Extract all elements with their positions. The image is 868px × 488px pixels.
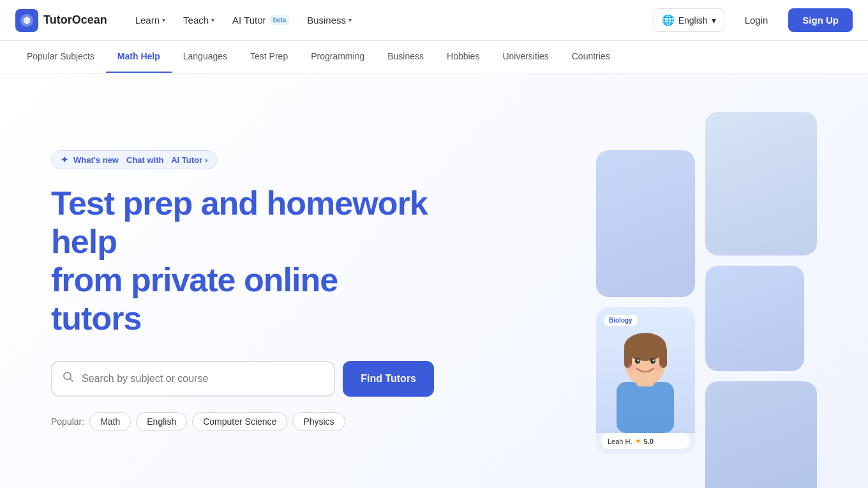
logo-icon <box>15 9 38 32</box>
tag-computer-science[interactable]: Computer Science <box>192 412 287 431</box>
main-nav: TutorOcean Learn ▾ Teach ▾ AI Tutor beta… <box>0 0 868 41</box>
svg-point-13 <box>654 364 662 370</box>
nav-link-business[interactable]: Business ▾ <box>299 10 359 31</box>
language-selector[interactable]: 🌐 English ▾ <box>654 8 724 32</box>
beta-badge: beta <box>270 15 290 25</box>
tag-physics[interactable]: Physics <box>292 412 345 431</box>
logo[interactable]: TutorOcean <box>15 9 107 32</box>
tag-english[interactable]: English <box>136 412 187 431</box>
svg-point-12 <box>628 364 637 370</box>
nav-link-teach[interactable]: Teach ▾ <box>176 10 222 31</box>
hero-card-3 <box>705 266 804 371</box>
logo-text: TutorOcean <box>43 13 107 27</box>
signup-button[interactable]: Sign Up <box>788 8 853 32</box>
search-icon <box>63 371 74 386</box>
chevron-down-icon: ▾ <box>348 17 352 24</box>
tutor-avatar-area: Biology <box>596 307 695 433</box>
subject-test-prep[interactable]: Test Prep <box>239 41 299 73</box>
arrow-right-icon: › <box>205 155 207 165</box>
subject-popular[interactable]: Popular Subjects <box>15 41 106 73</box>
hero-card-2 <box>705 112 817 255</box>
chevron-down-icon: ▾ <box>712 15 716 26</box>
tutor-rating: 5.0 <box>644 438 654 445</box>
popular-label: Popular: <box>51 416 84 427</box>
subject-math-help[interactable]: Math Help <box>106 41 172 73</box>
globe-icon: 🌐 <box>662 14 675 26</box>
tag-math[interactable]: Math <box>89 412 131 431</box>
tutor-info: Leah H. ★ 5.0 <box>601 433 690 449</box>
search-wrapper: Find Tutors <box>51 361 434 397</box>
sparkle-icon: ✦ <box>61 155 68 165</box>
chevron-down-icon: ▾ <box>162 17 165 24</box>
svg-point-11 <box>653 360 655 362</box>
hero-right: Biology <box>495 112 817 469</box>
card-column-left: Biology <box>596 150 695 454</box>
hero-card-4 <box>705 381 817 488</box>
card-column-right <box>705 112 817 488</box>
subject-hobbies[interactable]: Hobbies <box>435 41 491 73</box>
subject-countries[interactable]: Countries <box>560 41 622 73</box>
nav-link-learn[interactable]: Learn ▾ <box>128 10 173 31</box>
chevron-down-icon: ▾ <box>211 17 214 24</box>
hero-card-1 <box>596 150 695 297</box>
login-button[interactable]: Login <box>732 10 781 31</box>
search-box <box>51 361 335 397</box>
subject-languages[interactable]: Languages <box>172 41 239 73</box>
nav-link-ai-tutor[interactable]: AI Tutor beta <box>225 10 297 31</box>
svg-rect-2 <box>617 382 674 433</box>
find-tutors-button[interactable]: Find Tutors <box>343 361 434 397</box>
tutor-name: Leah H. <box>608 438 632 445</box>
hero-section: ✦ What's new Chat with AI Tutor › Test p… <box>0 73 868 488</box>
tutor-card: Biology <box>596 307 695 454</box>
search-input[interactable] <box>82 373 324 385</box>
subject-universities[interactable]: Universities <box>491 41 560 73</box>
hero-title: Test prep and homework help from private… <box>51 185 434 337</box>
svg-rect-7 <box>659 346 667 368</box>
chat-ai-link[interactable]: Chat with AI Tutor › <box>126 155 207 165</box>
popular-tags: Popular: Math English Computer Science P… <box>51 412 434 431</box>
nav-left: TutorOcean Learn ▾ Teach ▾ AI Tutor beta… <box>15 9 359 32</box>
star-icon: ★ <box>635 437 641 445</box>
subject-programming[interactable]: Programming <box>299 41 376 73</box>
svg-point-10 <box>638 360 640 362</box>
hero-left: ✦ What's new Chat with AI Tutor › Test p… <box>51 150 434 431</box>
nav-links: Learn ▾ Teach ▾ AI Tutor beta Business ▾ <box>128 10 359 31</box>
tutor-subject-tag: Biology <box>604 315 638 326</box>
whats-new-badge[interactable]: ✦ What's new Chat with AI Tutor › <box>51 150 217 169</box>
subject-bar: Popular Subjects Math Help Languages Tes… <box>0 41 868 73</box>
nav-right: 🌐 English ▾ Login Sign Up <box>654 8 853 32</box>
subject-business[interactable]: Business <box>376 41 435 73</box>
